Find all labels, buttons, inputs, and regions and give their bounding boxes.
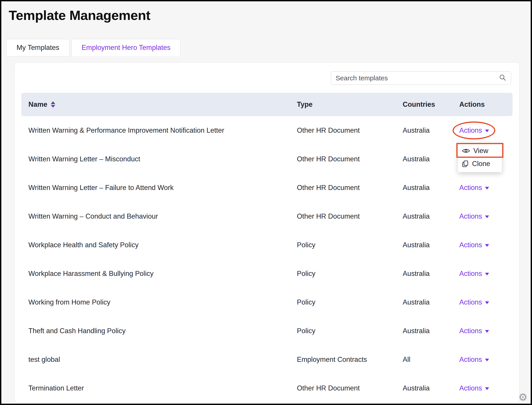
template-name: Written Warning & Performance Improvemen… (21, 126, 297, 135)
template-countries: Australia (403, 212, 459, 220)
template-type: Policy (297, 270, 403, 278)
actions-button-label: Actions (459, 212, 482, 220)
table-row: Termination Letter Other HR Document Aus… (21, 374, 512, 403)
table-row: Working from Home Policy Policy Australi… (21, 288, 512, 317)
actions-button-label: Actions (459, 298, 482, 306)
actions-cell: Actions (459, 356, 512, 364)
template-countries: Australia (403, 126, 459, 135)
template-type: Other HR Document (297, 184, 403, 192)
actions-button[interactable]: Actions (459, 298, 489, 306)
template-type: Other HR Document (297, 126, 403, 135)
templates-panel: Name Type Countries Actions Written Warn… (14, 62, 519, 403)
template-countries: Australia (403, 327, 459, 335)
search-box (331, 71, 511, 85)
table-row: Written Warning – Conduct and Behaviour … (21, 202, 512, 231)
chevron-down-icon (485, 330, 489, 333)
template-type: Other HR Document (297, 212, 403, 220)
menu-item-view[interactable]: View (458, 144, 502, 157)
template-name: Termination Letter (21, 384, 297, 392)
actions-cell: Actions (459, 384, 512, 392)
actions-cell: Actions (459, 212, 512, 220)
actions-dropdown-menu: View Clone (458, 142, 502, 172)
chevron-down-icon (485, 273, 489, 276)
table-body: Written Warning & Performance Improvemen… (21, 116, 512, 403)
actions-button[interactable]: Actions (459, 356, 489, 364)
template-name: Written Warning – Conduct and Behaviour (21, 212, 297, 220)
clone-icon (462, 160, 469, 167)
table-row: Workplace Harassment & Bullying Policy P… (21, 259, 512, 288)
template-name: Theft and Cash Handling Policy (21, 327, 297, 335)
template-type: Other HR Document (297, 155, 403, 163)
template-name: test global (21, 356, 297, 364)
tab-bar: My Templates Employment Hero Templates (7, 39, 181, 56)
sort-up-icon (51, 101, 55, 104)
gear-icon[interactable]: ⚙ (518, 392, 527, 402)
eye-icon (462, 148, 470, 154)
actions-cell: Actions (459, 126, 512, 135)
actions-button-label: Actions (459, 384, 482, 392)
menu-item-clone[interactable]: Clone (458, 157, 502, 170)
table-header: Name Type Countries Actions (21, 93, 512, 116)
actions-button[interactable]: Actions (459, 241, 489, 249)
actions-button-label: Actions (459, 126, 482, 135)
actions-cell: Actions (459, 298, 512, 306)
table-row: Theft and Cash Handling Policy Policy Au… (21, 317, 512, 345)
template-type: Policy (297, 327, 403, 335)
chevron-down-icon (485, 301, 489, 304)
column-header-name-label: Name (28, 101, 47, 108)
table-row: test global Employment Contracts All Act… (21, 345, 512, 374)
actions-button-label: Actions (459, 241, 482, 249)
actions-button-label: Actions (459, 270, 482, 278)
actions-button-label: Actions (459, 184, 482, 192)
chevron-down-icon (485, 129, 489, 132)
actions-button[interactable]: Actions (459, 126, 489, 135)
table-row: Written Warning Letter – Failure to Atte… (21, 173, 512, 202)
template-countries: Australia (403, 298, 459, 306)
chevron-down-icon (485, 187, 489, 189)
actions-button-label: Actions (459, 327, 482, 335)
chevron-down-icon (485, 387, 489, 390)
actions-button[interactable]: Actions (459, 384, 489, 392)
tab-employment-hero-templates[interactable]: Employment Hero Templates (72, 39, 181, 56)
template-type: Policy (297, 298, 403, 306)
menu-item-view-label: View (473, 147, 488, 155)
template-countries: Australia (403, 384, 459, 392)
search-input[interactable] (336, 74, 499, 82)
actions-button[interactable]: Actions (459, 184, 489, 192)
sort-icon[interactable] (51, 101, 55, 108)
template-type: Other HR Document (297, 384, 403, 392)
actions-button[interactable]: Actions (459, 270, 489, 278)
template-type: Employment Contracts (297, 356, 403, 364)
actions-button[interactable]: Actions (459, 327, 489, 335)
sort-down-icon (51, 105, 55, 108)
template-name: Workplace Harassment & Bullying Policy (21, 270, 297, 278)
table-row: Written Warning Letter – Misconduct Othe… (21, 145, 512, 173)
menu-item-clone-label: Clone (472, 160, 490, 168)
chevron-down-icon (485, 244, 489, 247)
tab-my-templates[interactable]: My Templates (7, 39, 69, 56)
chevron-down-icon (485, 216, 489, 218)
app-window: Template Management My Templates Employm… (0, 0, 532, 405)
search-icon (499, 74, 506, 82)
template-countries: Australia (403, 184, 459, 192)
column-header-name[interactable]: Name (21, 101, 297, 108)
template-countries: Australia (403, 270, 459, 278)
templates-table: Name Type Countries Actions Written Warn… (21, 93, 512, 403)
template-type: Policy (297, 241, 403, 249)
table-row: Written Warning & Performance Improvemen… (21, 116, 512, 145)
chevron-down-icon (485, 359, 489, 361)
template-countries: All (403, 356, 459, 364)
template-countries: Australia (403, 241, 459, 249)
column-header-countries: Countries (403, 101, 459, 108)
actions-cell: Actions (459, 327, 512, 335)
actions-cell: Actions (459, 184, 512, 192)
actions-button[interactable]: Actions (459, 212, 489, 220)
template-countries: Australia (403, 155, 459, 163)
table-row: Workplace Health and Safety Policy Polic… (21, 231, 512, 259)
template-name: Working from Home Policy (21, 298, 297, 306)
column-header-type: Type (297, 101, 403, 108)
actions-cell: Actions (459, 241, 512, 249)
column-header-actions: Actions (459, 101, 512, 108)
page-title: Template Management (9, 8, 150, 23)
template-name: Written Warning Letter – Failure to Atte… (21, 184, 297, 192)
